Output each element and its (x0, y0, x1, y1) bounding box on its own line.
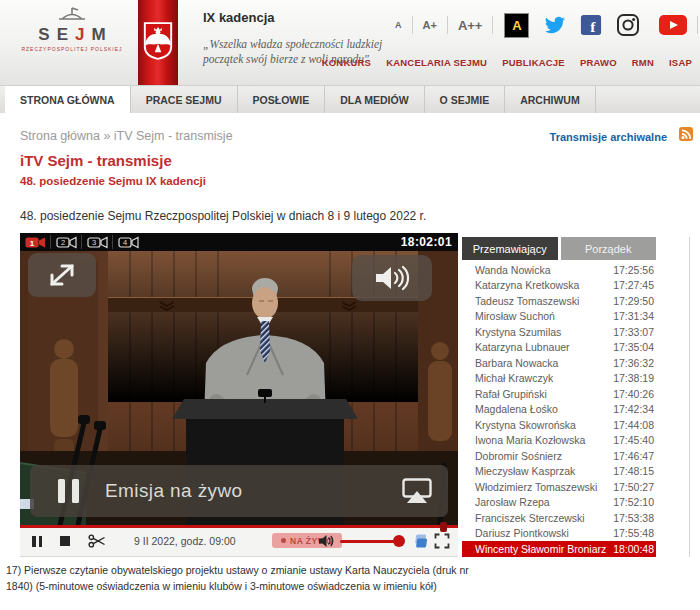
speaker-time: 17:33:07 (613, 326, 654, 338)
speaker-row[interactable]: Jarosław Rzepa 17:52:10 (462, 495, 656, 511)
page-title: iTV Sejm - transmisje (20, 152, 172, 169)
pause-button[interactable] (32, 536, 42, 547)
nav-o-sejmie[interactable]: O SEJMIE (425, 86, 506, 113)
twitter-link[interactable] (544, 15, 566, 35)
svg-text:1: 1 (29, 238, 34, 247)
high-contrast-button[interactable]: A (504, 13, 529, 38)
speaker-row[interactable]: Dobromir Sośnierz 17:46:47 (462, 448, 656, 464)
speaker-name: Iwona Maria Kozłowska (475, 434, 585, 446)
divider (447, 16, 448, 34)
speaker-row[interactable]: Wincenty Sławomir Broniarz 18:00:48 (462, 541, 656, 557)
camera-selector-bar: 1 2 3 4 (20, 233, 458, 251)
volume-icon (318, 534, 335, 548)
speaker-time: 17:44:08 (613, 419, 654, 431)
font-size-large-button[interactable]: A++ (458, 18, 483, 33)
quality-button[interactable] (412, 533, 429, 553)
progress-bar[interactable] (20, 525, 458, 528)
instagram-icon (616, 13, 640, 37)
link-isap[interactable]: ISAP (669, 57, 692, 68)
resize-video-button[interactable] (28, 253, 96, 297)
camera-2-button[interactable]: 2 (50, 235, 81, 249)
speaker-row[interactable]: Barbara Nowacka 17:36:32 (462, 355, 656, 371)
speaker-row[interactable]: Mieczysław Kasprzak 17:48:15 (462, 464, 656, 480)
main-nav: STRONA GŁÓWNA PRACE SEJMU POSŁOWIE DLA M… (0, 85, 700, 113)
speaker-time: 17:36:32 (613, 357, 654, 369)
speaker-row[interactable]: Włodzimierz Tomaszewski 17:50:27 (462, 479, 656, 495)
speaker-name: Krystyna Szumilas (475, 326, 561, 338)
instagram-link[interactable] (616, 13, 640, 37)
svg-text:4: 4 (122, 238, 126, 247)
speaker-row[interactable]: Wanda Nowicka 17:25:56 (462, 262, 656, 278)
volume-slider[interactable] (340, 540, 400, 543)
progress-handle[interactable] (440, 522, 447, 532)
link-rmn[interactable]: RMN (632, 57, 654, 68)
speaker-row[interactable]: Michał Krawczyk 17:38:19 (462, 371, 656, 387)
tab-porzadek[interactable]: Porządek (561, 237, 657, 260)
svg-text:3: 3 (91, 238, 95, 247)
site-header: SEJM RZECZYPOSPOLITEJ POLSKIEJ IX kadenc… (0, 0, 700, 85)
cast-button[interactable] (402, 478, 432, 508)
link-konkurs[interactable]: KONKURS (322, 57, 371, 68)
camera-1-button[interactable]: 1 (20, 235, 50, 249)
nav-archiwum[interactable]: ARCHIWUM (505, 86, 596, 113)
speaker-row[interactable]: Tadeusz Tomaszewski 17:29:50 (462, 293, 656, 309)
panel-tabs: Przemawiający Porządek (462, 237, 656, 260)
nav-prace-sejmu[interactable]: PRACE SEJMU (130, 86, 238, 113)
speaker-row[interactable]: Franciszek Sterczewski 17:53:38 (462, 510, 656, 526)
airplay-icon (402, 478, 432, 504)
tab-przemawiajacy[interactable]: Przemawiający (462, 237, 558, 260)
video-player[interactable]: 1 2 3 4 18:02:01 (20, 233, 458, 557)
archive-transmissions-link[interactable]: Transmisje archiwalne (550, 131, 667, 143)
scissors-icon (88, 534, 106, 548)
pause-overlay-button[interactable] (58, 479, 79, 503)
speaker-name: Wanda Nowicka (475, 264, 550, 276)
divider (412, 16, 413, 34)
nav-poslowie[interactable]: POSŁOWIE (238, 86, 326, 113)
nav-dla-mediow[interactable]: DLA MEDIÓW (325, 86, 424, 113)
speaker-time: 17:27:45 (613, 279, 654, 291)
panel-scrollbar[interactable] (689, 237, 690, 557)
speakers-list: Wanda Nowicka 17:25:56 Katarzyna Kretkow… (462, 262, 656, 557)
link-publikacje[interactable]: PUBLIKACJE (502, 57, 565, 68)
speaker-row[interactable]: Iwona Maria Kozłowska 17:45:40 (462, 433, 656, 449)
speaker-time: 18:00:48 (613, 543, 654, 555)
unmute-button[interactable] (352, 255, 432, 301)
speaker-time: 17:42:34 (613, 403, 654, 415)
speaker-row[interactable]: Katarzyna Kretkowska 17:27:45 (462, 278, 656, 294)
speaker-row[interactable]: Katarzyna Lubnauer 17:35:04 (462, 340, 656, 356)
font-size-small-button[interactable]: A (395, 20, 402, 30)
youtube-link[interactable] (659, 14, 687, 36)
rss-icon[interactable] (679, 127, 693, 141)
clip-button[interactable] (88, 534, 106, 552)
volume-button[interactable] (318, 534, 335, 552)
speaker-name: Barbara Nowacka (475, 357, 558, 369)
font-size-medium-button[interactable]: A+ (423, 19, 437, 31)
speaker-row[interactable]: Dariusz Piontkowski 17:55:48 (462, 526, 656, 542)
speaker-row[interactable]: Krystyna Skowrońska 17:44:08 (462, 417, 656, 433)
fullscreen-button[interactable] (434, 533, 450, 553)
speaker-row[interactable]: Rafał Grupiński 17:40:26 (462, 386, 656, 402)
speaker-name: Rafał Grupiński (475, 388, 547, 400)
volume-knob[interactable] (393, 535, 405, 547)
speaker-row[interactable]: Mirosław Suchoń 17:31:34 (462, 309, 656, 325)
breadcrumb[interactable]: Strona główna » iTV Sejm - transmisje (20, 129, 233, 143)
stop-button[interactable] (60, 536, 70, 546)
svg-text:f: f (591, 18, 597, 35)
facebook-link[interactable]: f (580, 14, 602, 36)
speaker-row[interactable]: Magdalena Łośko 17:42:34 (462, 402, 656, 418)
speaker-name: Magdalena Łośko (475, 403, 558, 415)
term-label: IX kadencja (203, 10, 275, 25)
nav-strona-glowna[interactable]: STRONA GŁÓWNA (5, 86, 130, 113)
link-prawo[interactable]: PRAWO (580, 57, 617, 68)
camera-icon: 2 (56, 236, 77, 249)
sejm-logo[interactable]: SEJM RZECZYPOSPOLITEJ POLSKIEJ (16, 7, 128, 52)
camera-4-button[interactable]: 4 (112, 235, 143, 249)
speaker-row[interactable]: Krystyna Szumilas 17:33:07 (462, 324, 656, 340)
logo-subtitle: RZECZYPOSPOLITEJ POLSKIEJ (16, 46, 128, 52)
camera-icon: 4 (118, 236, 139, 249)
link-kancelaria-sejmu[interactable]: KANCELARIA SEJMU (386, 57, 487, 68)
camera-3-button[interactable]: 3 (81, 235, 112, 249)
player-controls: 9 II 2022, godz. 09:00 NA ŻYWO (20, 525, 458, 557)
flag-band (138, 0, 178, 85)
session-description: 48. posiedzenie Sejmu Rzeczpospolitej Po… (20, 209, 426, 223)
